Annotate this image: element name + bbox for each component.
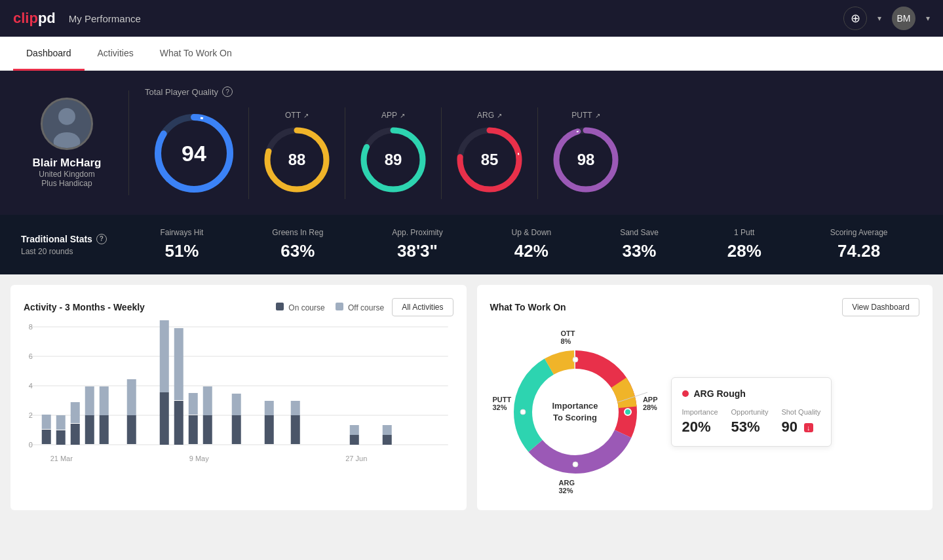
putt-gauge: PUTT ↗ 98 xyxy=(543,111,628,196)
arg-rough-card: ARG Rough Importance 20% Opportunity 53%… xyxy=(671,377,832,447)
stat-sand-value: 33% xyxy=(622,241,656,261)
svg-rect-40 xyxy=(174,401,183,445)
svg-rect-28 xyxy=(56,430,66,445)
svg-rect-29 xyxy=(56,415,66,430)
player-avatar xyxy=(41,98,93,150)
ott-value: 88 xyxy=(288,151,306,169)
putt-arrow-icon: ↗ xyxy=(595,112,600,119)
putt-value: 98 xyxy=(577,151,595,169)
arg-label: ARG ↗ xyxy=(477,111,502,120)
tab-activities[interactable]: Activities xyxy=(85,37,147,71)
stat-up-down: Up & Down 42% xyxy=(512,228,552,261)
player-name: Blair McHarg xyxy=(33,157,102,170)
tab-what-to-work-on[interactable]: What To Work On xyxy=(147,37,245,71)
ott-donut-label: OTT 8% xyxy=(561,329,575,345)
arg-value: 85 xyxy=(481,151,499,169)
gauge-divider-4 xyxy=(537,107,538,199)
work-on-title: What To Work On xyxy=(490,302,566,312)
ott-gauge: OTT ↗ 88 xyxy=(254,111,339,196)
stat-1putt-value: 28% xyxy=(727,241,761,261)
legend-off-course: Off course xyxy=(336,303,384,312)
stat-fairways-hit-label: Fairways Hit xyxy=(160,228,203,237)
svg-text:2: 2 xyxy=(29,411,33,419)
stat-greens-label: Greens In Reg xyxy=(272,228,323,237)
header-title: My Performance xyxy=(69,13,141,24)
bar-chart-svg: 0 2 4 6 8 xyxy=(24,314,453,471)
arg-importance-metric: Importance 20% xyxy=(682,408,718,436)
add-button[interactable]: ⊕ xyxy=(843,7,867,30)
quality-label: Total Player Quality ? xyxy=(145,86,922,97)
shot-quality-label: Shot Quality xyxy=(781,408,820,416)
on-course-dot xyxy=(276,303,284,310)
add-dropdown-arrow[interactable]: ▾ xyxy=(877,14,881,23)
svg-text:27 Jun: 27 Jun xyxy=(345,455,367,462)
header-left: clippd My Performance xyxy=(13,10,141,27)
importance-value: 20% xyxy=(682,419,718,436)
svg-rect-53 xyxy=(350,425,359,435)
gauge-divider-2 xyxy=(345,107,345,199)
avatar-dropdown-arrow[interactable]: ▾ xyxy=(926,14,930,23)
app-gauge: APP ↗ 89 xyxy=(351,111,436,196)
svg-rect-50 xyxy=(291,415,300,444)
stat-1putt-label: 1 Putt xyxy=(734,228,754,237)
quality-info-icon[interactable]: ? xyxy=(222,86,233,97)
header: clippd My Performance ⊕ ▾ BM ▾ xyxy=(0,0,943,37)
app-value: 89 xyxy=(385,151,402,169)
shot-quality-value: 90 ↓ xyxy=(781,419,820,436)
arg-rough-title: ARG Rough xyxy=(682,388,821,399)
svg-rect-47 xyxy=(232,394,241,415)
stat-scoring-value: 74.28 xyxy=(837,241,880,261)
main-gauge-value: 94 xyxy=(182,141,206,166)
svg-rect-39 xyxy=(160,320,169,392)
logo: clippd xyxy=(13,10,56,27)
svg-rect-44 xyxy=(203,415,212,444)
putt-donut-label: PUTT 32% xyxy=(493,396,512,411)
bottom-section: Activity - 3 Months - Weekly On course O… xyxy=(0,274,943,521)
svg-rect-38 xyxy=(160,392,169,445)
svg-rect-49 xyxy=(265,401,274,415)
svg-rect-34 xyxy=(100,415,109,444)
svg-rect-31 xyxy=(71,402,80,423)
work-on-header: What To Work On View Dashboard xyxy=(490,298,920,316)
legend-on-course: On course xyxy=(276,303,325,312)
off-course-dot xyxy=(336,303,343,310)
donut-chart-area: Importance To Scoring OTT 8% APP 28% ARG… xyxy=(490,327,661,497)
svg-text:6: 6 xyxy=(29,352,33,360)
chart-title: Activity - 3 Months - Weekly xyxy=(24,302,145,312)
arg-rough-dot xyxy=(682,390,689,397)
svg-rect-54 xyxy=(383,435,392,445)
view-dashboard-button[interactable]: View Dashboard xyxy=(842,298,919,316)
svg-rect-30 xyxy=(71,424,80,445)
activity-chart-card: Activity - 3 Months - Weekly On course O… xyxy=(10,285,467,510)
svg-text:21 Mar: 21 Mar xyxy=(50,455,73,462)
gauge-divider-3 xyxy=(441,107,442,199)
app-label: APP ↗ xyxy=(381,111,405,120)
main-gauge: 94 xyxy=(145,111,243,196)
arg-gauge-canvas: 85 xyxy=(453,124,526,196)
putt-label: PUTT ↗ xyxy=(571,111,600,120)
trad-stats-title: Traditional Stats ? xyxy=(21,234,126,244)
stat-fairways-hit-value: 51% xyxy=(164,241,199,261)
svg-rect-48 xyxy=(265,415,274,444)
quality-section: Total Player Quality ? 94 OTT xyxy=(145,86,922,199)
trad-stats-info-icon[interactable]: ? xyxy=(96,234,107,244)
svg-text:9 May: 9 May xyxy=(189,455,209,462)
svg-rect-41 xyxy=(174,328,183,400)
what-to-work-on-card: What To Work On View Dashboard xyxy=(477,285,933,510)
opportunity-value: 53% xyxy=(731,419,769,436)
work-on-content: Importance To Scoring OTT 8% APP 28% ARG… xyxy=(490,327,920,497)
gauges-row: 94 OTT ↗ 88 xyxy=(145,107,922,199)
trad-stats-label: Traditional Stats ? Last 20 rounds xyxy=(21,234,126,256)
player-handicap: Plus Handicap xyxy=(41,179,92,188)
stat-1putt: 1 Putt 28% xyxy=(727,228,761,261)
main-gauge-canvas: 94 xyxy=(151,111,237,196)
vertical-divider xyxy=(128,90,129,195)
bar-chart-area: 0 2 4 6 8 xyxy=(24,327,453,471)
svg-point-65 xyxy=(573,357,578,362)
tab-dashboard[interactable]: Dashboard xyxy=(13,37,85,71)
stat-scoring-avg: Scoring Average 74.28 xyxy=(830,228,888,261)
arg-donut-label: ARG 32% xyxy=(559,479,575,495)
user-avatar-button[interactable]: BM xyxy=(892,7,915,30)
avatar-initials: BM xyxy=(897,13,911,24)
player-country: United Kingdom xyxy=(39,170,94,179)
